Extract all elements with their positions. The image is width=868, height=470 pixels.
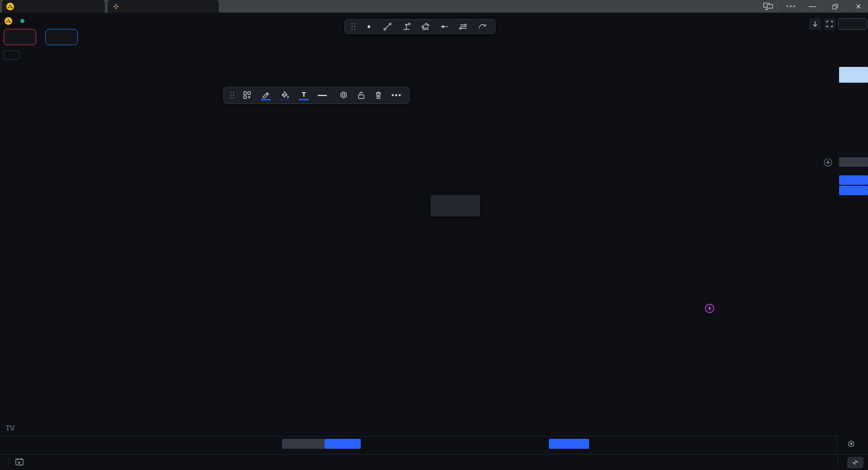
pitchfork-tool-icon[interactable] — [418, 21, 433, 33]
current-price-label — [839, 67, 868, 83]
market-status-dot[interactable] — [20, 19, 24, 23]
parallel-channel-icon[interactable] — [456, 21, 471, 33]
brush-check-icon[interactable] — [475, 21, 491, 33]
scroll-to-recent-icon[interactable] — [809, 18, 821, 30]
favorites-toolbar — [344, 19, 495, 34]
divider — [838, 458, 838, 466]
trend-line-icon[interactable] — [380, 21, 395, 33]
measure-top-price-label — [839, 175, 868, 185]
svg-text:T: T — [302, 91, 306, 98]
title-bar: ••• — ✕ — [0, 0, 868, 13]
sell-button[interactable] — [4, 29, 36, 45]
fill-color-icon[interactable] — [277, 89, 292, 102]
template-icon[interactable] — [240, 89, 255, 101]
currency-dropdown[interactable] — [838, 18, 867, 30]
settings-hexagon-icon[interactable] — [336, 89, 351, 101]
price-axis[interactable] — [839, 13, 868, 454]
symbol-info-row — [5, 15, 49, 27]
drag-handle[interactable] — [349, 23, 358, 30]
crosshair-date-label — [282, 439, 325, 449]
axis-corner-divider — [836, 437, 837, 452]
measure-end-date-label — [549, 439, 589, 449]
close-window-icon[interactable]: ✕ — [852, 0, 865, 13]
tradingview-watermark[interactable]: TV — [5, 424, 14, 433]
line-width-button[interactable] — [315, 93, 333, 98]
buy-button[interactable] — [45, 29, 78, 45]
chart-plot[interactable] — [0, 0, 868, 470]
measure-bottom-price-label — [839, 186, 868, 195]
text-color-icon[interactable]: T — [296, 89, 311, 102]
minimize-icon[interactable]: — — [806, 0, 819, 13]
tab-bnbbtc[interactable] — [108, 0, 219, 13]
dot-brush-icon[interactable] — [362, 21, 376, 32]
drag-handle[interactable] — [228, 92, 236, 99]
more-options-icon[interactable]: ••• — [784, 0, 798, 13]
bottom-toolbar — [0, 454, 868, 470]
fullscreen-icon[interactable] — [824, 18, 835, 30]
add-alert-plus-icon[interactable] — [824, 158, 832, 169]
lock-icon[interactable] — [354, 89, 368, 101]
tab-gold[interactable] — [2, 0, 105, 13]
tradingview-app: { "window": { "tabs": [ { "symbol": "GOL… — [0, 0, 868, 470]
measure-tooltip — [430, 195, 480, 216]
vertical-arrow-tool-icon[interactable] — [399, 21, 414, 33]
go-to-date-icon[interactable] — [12, 456, 27, 469]
gold-coin-icon — [5, 17, 12, 25]
line-color-icon[interactable] — [258, 89, 274, 102]
drawing-edit-toolbar: T ••• — [223, 87, 410, 104]
color-swatch — [261, 99, 271, 100]
restore-window-icon[interactable] — [828, 0, 842, 13]
adjust-pane-icon[interactable] — [847, 457, 863, 468]
titlebar-divider — [777, 0, 778, 13]
divider — [8, 458, 9, 466]
trash-icon[interactable] — [372, 89, 385, 101]
text-color-swatch — [299, 99, 309, 100]
gold-coin-icon — [6, 3, 14, 10]
spread-value — [39, 37, 42, 38]
ohlc-readout — [29, 18, 49, 24]
fill-swatch — [280, 99, 290, 100]
object-tree-toggle[interactable] — [3, 51, 19, 60]
chart-topright-controls — [809, 18, 867, 30]
horizontal-ray-icon[interactable] — [437, 21, 452, 33]
more-icon[interactable]: ••• — [389, 90, 405, 101]
multi-monitor-icon[interactable] — [761, 0, 775, 13]
trade-widget — [4, 29, 78, 45]
measure-start-date-label — [325, 439, 361, 449]
lightning-icon[interactable] — [705, 304, 714, 315]
axis-settings-hexagon-icon[interactable] — [847, 440, 856, 451]
bnb-coin-icon — [112, 3, 120, 10]
time-axis[interactable] — [0, 436, 839, 454]
crosshair-price-label — [839, 157, 868, 167]
